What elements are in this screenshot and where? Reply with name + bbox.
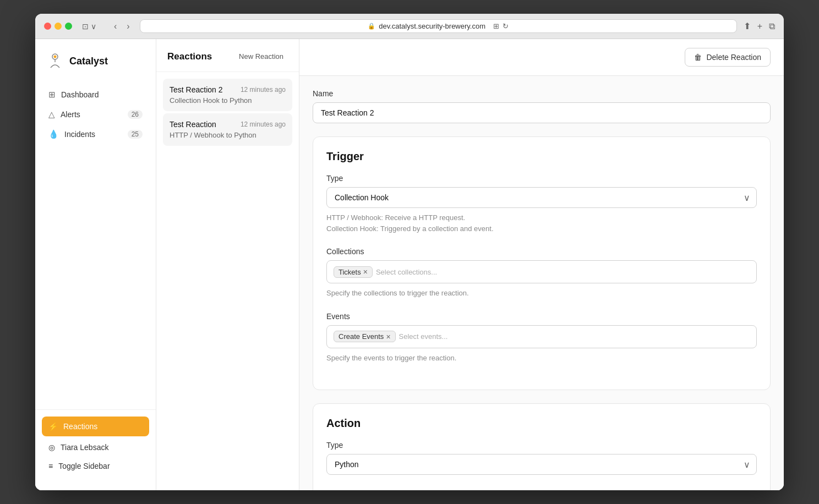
reaction-item-header-0: Test Reaction 2 12 minutes ago xyxy=(170,85,286,94)
trigger-type-label: Type xyxy=(326,174,757,183)
user-label: Tiara Lebsack xyxy=(61,443,108,452)
reaction-item-time-1: 12 minutes ago xyxy=(241,120,286,128)
trash-icon: 🗑 xyxy=(694,53,702,62)
reaction-list: Test Reaction 2 12 minutes ago Collectio… xyxy=(156,72,299,155)
collections-section: Collections Tickets × Select collections… xyxy=(326,247,757,299)
catalyst-logo xyxy=(46,52,64,70)
reload-icon[interactable]: ↻ xyxy=(503,22,509,30)
url-text: dev.catalyst.security-brewery.com xyxy=(379,22,485,30)
sidebar-item-incidents[interactable]: 💧 Incidents 25 xyxy=(42,125,149,144)
traffic-lights xyxy=(44,23,72,30)
create-events-tag-label: Create Events xyxy=(338,332,384,341)
create-events-tag: Create Events × xyxy=(334,331,396,342)
name-field-label: Name xyxy=(313,89,771,98)
share-action-button[interactable]: ⬆ xyxy=(744,21,751,31)
sidebar-bottom: ⚡ Reactions ◎ Tiara Lebsack ≡ Toggle Sid… xyxy=(35,409,156,481)
action-type-section: Type Python ∨ xyxy=(326,441,757,475)
tabs-button[interactable]: ⧉ xyxy=(769,21,775,31)
reactions-icon: ⚡ xyxy=(48,422,58,431)
events-multi-select[interactable]: Create Events × Select events... xyxy=(326,325,757,348)
app-container: Catalyst ⊞ Dashboard △ Alerts 26 💧 Incid… xyxy=(35,39,784,490)
main-header: 🗑 Delete Reaction xyxy=(299,39,784,76)
action-card: Action Type Python ∨ xyxy=(313,403,771,490)
sidebar-item-label-dashboard: Dashboard xyxy=(61,90,99,99)
hint-line2: Collection Hook: Triggered by a collecti… xyxy=(326,224,494,233)
trigger-hint: HTTP / Webhook: Receive a HTTP request. … xyxy=(326,212,757,234)
trigger-type-section: Type HTTP / Webhook Collection Hook ∨ HT… xyxy=(326,174,757,234)
lock-icon: 🔒 xyxy=(368,23,375,30)
events-label: Events xyxy=(326,312,757,321)
back-button[interactable]: ‹ xyxy=(111,20,120,32)
collections-multi-select[interactable]: Tickets × Select collections... xyxy=(326,260,757,283)
new-tab-button[interactable]: + xyxy=(757,21,762,31)
trigger-card: Trigger Type HTTP / Webhook Collection H… xyxy=(313,136,771,390)
sidebar-item-label-alerts: Alerts xyxy=(61,110,80,119)
share-icon: ⊞ xyxy=(493,22,499,30)
collections-placeholder: Select collections... xyxy=(376,268,437,276)
create-events-tag-remove[interactable]: × xyxy=(386,333,390,341)
events-hint: Specify the events to trigger the reacti… xyxy=(326,353,757,364)
new-reaction-button[interactable]: New Reaction xyxy=(234,50,288,63)
main-content: 🗑 Delete Reaction Name Trigger Type xyxy=(299,39,784,490)
delete-reaction-button[interactable]: 🗑 Delete Reaction xyxy=(685,48,771,67)
reaction-item-desc-1: HTTP / Webhook to Python xyxy=(170,131,286,139)
browser-nav: ‹ › xyxy=(111,20,133,32)
trigger-title: Trigger xyxy=(326,150,757,163)
minimize-button[interactable] xyxy=(54,23,62,30)
sidebar: Catalyst ⊞ Dashboard △ Alerts 26 💧 Incid… xyxy=(35,39,156,490)
reactions-panel-header: Reactions New Reaction xyxy=(156,39,299,72)
sidebar-app-title: Catalyst xyxy=(69,56,108,67)
sidebar-item-dashboard[interactable]: ⊞ Dashboard xyxy=(42,85,149,104)
reaction-item-name-0: Test Reaction 2 xyxy=(170,85,223,94)
sidebar-nav: ⊞ Dashboard △ Alerts 26 💧 Incidents 25 xyxy=(35,81,156,409)
tickets-tag-label: Tickets xyxy=(338,268,361,276)
trigger-type-select-wrapper: HTTP / Webhook Collection Hook ∨ xyxy=(326,187,757,208)
address-bar[interactable]: 🔒 dev.catalyst.security-brewery.com ⊞ ↻ xyxy=(140,19,737,33)
browser-actions: ⬆ + ⧉ xyxy=(744,21,775,31)
sidebar-header: Catalyst xyxy=(35,48,156,81)
tickets-tag: Tickets × xyxy=(334,266,373,278)
toggle-icon: ≡ xyxy=(48,462,53,470)
alerts-badge: 26 xyxy=(128,110,143,119)
browser-chrome: ⊡ ∨ ‹ › 🔒 dev.catalyst.security-brewery.… xyxy=(35,14,784,39)
action-type-select[interactable]: Python xyxy=(326,454,757,475)
name-section: Name xyxy=(313,89,771,123)
main-body: Name Trigger Type HTTP / Webhook Collect… xyxy=(299,76,784,490)
reactions-label: Reactions xyxy=(63,422,97,431)
reaction-item-1[interactable]: Test Reaction 12 minutes ago HTTP / Webh… xyxy=(163,113,292,146)
collections-label: Collections xyxy=(326,247,757,256)
trigger-type-select[interactable]: HTTP / Webhook Collection Hook xyxy=(326,187,757,208)
hint-line1: HTTP / Webhook: Receive a HTTP request. xyxy=(326,213,465,222)
reactions-panel-title: Reactions xyxy=(167,51,212,62)
collections-hint: Specify the collections to trigger the r… xyxy=(326,288,757,299)
delete-reaction-label: Delete Reaction xyxy=(706,53,761,62)
close-button[interactable] xyxy=(44,23,51,30)
sidebar-item-alerts[interactable]: △ Alerts 26 xyxy=(42,105,149,124)
incidents-badge: 25 xyxy=(128,130,143,139)
sidebar-toggle-button[interactable]: ⊡ ∨ xyxy=(79,21,100,32)
maximize-button[interactable] xyxy=(65,23,72,30)
events-placeholder: Select events... xyxy=(399,332,448,341)
action-type-label: Type xyxy=(326,441,757,450)
alerts-icon: △ xyxy=(48,109,55,119)
sidebar-item-label-incidents: Incidents xyxy=(64,130,95,139)
user-icon: ◎ xyxy=(48,443,55,452)
toggle-sidebar-button[interactable]: ≡ Toggle Sidebar xyxy=(42,457,149,475)
tickets-tag-remove[interactable]: × xyxy=(363,268,368,276)
dashboard-icon: ⊞ xyxy=(48,90,56,100)
action-type-select-wrapper: Python ∨ xyxy=(326,454,757,475)
toggle-sidebar-label: Toggle Sidebar xyxy=(58,462,110,470)
reaction-item-0[interactable]: Test Reaction 2 12 minutes ago Collectio… xyxy=(163,79,292,111)
name-input[interactable] xyxy=(313,102,771,123)
incidents-icon: 💧 xyxy=(48,129,59,139)
reaction-item-header-1: Test Reaction 12 minutes ago xyxy=(170,120,286,129)
sidebar-reactions-button[interactable]: ⚡ Reactions xyxy=(42,417,149,436)
svg-point-2 xyxy=(54,56,57,58)
user-button[interactable]: ◎ Tiara Lebsack xyxy=(42,439,149,456)
reaction-item-desc-0: Collection Hook to Python xyxy=(170,96,286,105)
reaction-item-time-0: 12 minutes ago xyxy=(241,86,286,94)
action-title: Action xyxy=(326,417,757,430)
reaction-item-name-1: Test Reaction xyxy=(170,120,216,129)
reactions-panel: Reactions New Reaction Test Reaction 2 1… xyxy=(156,39,299,490)
forward-button[interactable]: › xyxy=(123,20,133,32)
